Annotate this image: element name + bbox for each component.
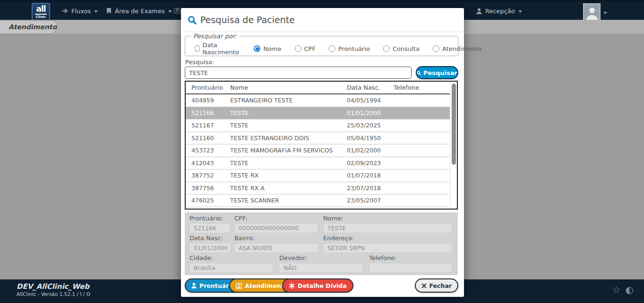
table-body: 404959ESTRANGEIRO TESTE04/05/1994521166T… [186, 94, 457, 207]
contrast-icon[interactable]: ◐ [626, 284, 634, 295]
nav-item-recepcao[interactable]: Recepção [476, 2, 522, 20]
search-icon [188, 16, 197, 25]
field-value[interactable]: ASA NORTE [234, 243, 318, 253]
radio-icon[interactable] [295, 45, 301, 52]
radio-icon[interactable] [433, 45, 439, 52]
radio-option-2[interactable]: CPF [295, 45, 316, 52]
radio-label: CPF [304, 45, 316, 52]
nav-item-label: Fluxos [71, 8, 91, 15]
table-row[interactable]: 521166TESTE01/01/2000 [186, 107, 457, 120]
radio-selected-icon[interactable] [254, 45, 260, 52]
user-avatar[interactable] [583, 3, 601, 21]
table-cell: TESTE SCANNER [230, 197, 347, 204]
table-cell: 04/05/1994 [347, 97, 394, 104]
app-version: AllClinic - Versão 1.52.1 / I / O [17, 291, 90, 297]
table-cell: TESTE RX [230, 172, 347, 179]
table-cell: TESTE [230, 109, 347, 117]
app-root: all Clinic Fluxos Área de Exames 0 [0, 0, 644, 303]
table-cell: 25/03/2025 [347, 122, 394, 129]
radio-label: Atendimento [442, 45, 482, 52]
radio-option-1[interactable]: Nome [254, 45, 281, 52]
table-row[interactable]: 404959ESTRANGEIRO TESTE04/05/1994 [186, 94, 457, 107]
field-value[interactable]: Brasília [189, 263, 273, 273]
table-cell: 521167 [186, 122, 230, 129]
close-icon [421, 283, 427, 288]
field-value[interactable]: 01/01/2000 [189, 243, 230, 253]
patient-results-table: Prontuário Nome Data Nasc. Telefone 4049… [185, 81, 458, 210]
table-row[interactable]: 412043TESTE02/09/2023 [186, 157, 457, 170]
radio-option-3[interactable]: Prontuário [329, 45, 370, 52]
search-button-label: Pesquisar [423, 69, 457, 76]
chevron-down-icon[interactable] [603, 12, 607, 14]
table-row[interactable]: 476025TESTE SCANNER23/05/2007 [186, 194, 457, 207]
detail-field-prontuario: Prontuário: 521166 [189, 215, 230, 233]
patient-search-modal: Pesquisa de Paciente Pesquisar por: Data… [181, 8, 464, 297]
table-row[interactable]: 521167TESTE25/03/2025 [186, 119, 457, 132]
table-scrollbar-track[interactable] [450, 82, 457, 209]
fechar-button[interactable]: Fechar [415, 278, 458, 293]
nav-item-label: Recepção [485, 8, 515, 15]
field-value[interactable]: 521166 [189, 223, 230, 233]
radio-label: Data Nascimento [203, 42, 241, 56]
logo-subtext: Clinic [33, 15, 49, 19]
allclinic-logo[interactable]: all Clinic [32, 3, 50, 21]
modal-header: Pesquisa de Paciente [181, 8, 464, 32]
field-label: Bairro: [234, 235, 318, 242]
nav-item-area-de-exames[interactable]: Área de Exames [106, 2, 172, 20]
table-cell: 01/01/2000 [347, 109, 394, 117]
search-button[interactable]: Pesquisar [416, 66, 458, 79]
field-value[interactable]: TESTE [323, 223, 452, 233]
detail-field-nome: Nome: TESTE [323, 215, 452, 233]
user-icon [191, 283, 197, 288]
field-label: Devedor: [279, 254, 363, 261]
field-value[interactable]: NÃO [279, 263, 363, 273]
arrow-right-icon [61, 8, 68, 14]
search-input[interactable] [185, 67, 412, 79]
field-value[interactable] [369, 263, 452, 273]
search-by-legend: Pesquisar por: [191, 33, 239, 40]
field-label: Endereço: [323, 235, 452, 242]
field-value[interactable]: SETOR SRPN [323, 243, 452, 253]
detail-field-cidade: Cidade: Brasília [189, 254, 273, 273]
table-row[interactable]: 387752TESTE RX01/07/2018 [186, 169, 457, 182]
field-label: Telefone: [369, 254, 452, 261]
radio-label: Nome [263, 45, 281, 52]
radio-icon[interactable] [383, 45, 390, 52]
detail-field-bairro: Bairro: ASA NORTE [234, 235, 318, 253]
col-header-telefone: Telefone [394, 84, 457, 91]
nav-item-label: Área de Exames [115, 8, 165, 15]
button-label: Detalhe Dívida [298, 282, 347, 289]
table-cell: TESTE ESTRANGEIRO DOIS [230, 135, 347, 142]
field-value[interactable]: 0000000000000000 [234, 223, 318, 233]
radio-icon[interactable] [329, 45, 335, 52]
table-cell: 23/07/2018 [347, 185, 394, 192]
nav-item-fluxos[interactable]: Fluxos [61, 2, 98, 20]
field-label: Cidade: [189, 254, 273, 261]
radio-icon[interactable] [195, 45, 200, 52]
user-icon [476, 8, 482, 14]
field-label: CPF: [234, 215, 318, 222]
table-scrollbar-thumb[interactable] [452, 84, 456, 165]
tab-atendimento[interactable]: Atendimento [0, 20, 57, 34]
radio-option-0[interactable]: Data Nascimento [195, 42, 240, 56]
radio-label: Consulta [393, 45, 420, 52]
detalhe-divida-button[interactable]: Detalhe Dívida [282, 278, 353, 293]
modal-footer: Prontuário Atendimento Detalhe Dívida Fe… [181, 275, 464, 297]
table-cell: 02/09/2023 [347, 160, 394, 167]
radio-option-4[interactable]: Consulta [383, 45, 420, 52]
table-cell: 412043 [186, 160, 230, 167]
table-cell: 05/04/1950 [347, 135, 394, 142]
table-row[interactable]: 387756TESTE RX A23/07/2018 [186, 182, 457, 195]
col-header-prontuario: Prontuário [186, 84, 230, 91]
detail-field-endereco: Endereço: SETOR SRPN [323, 235, 452, 253]
radio-option-5[interactable]: Atendimento [433, 45, 482, 52]
search-icon [417, 70, 421, 76]
table-row[interactable]: 453723TESTE MAMOGRAFIA FM SERVICOS01/02/… [186, 144, 457, 157]
table-cell: 387752 [186, 172, 230, 179]
app-name: DEV_AllClinic_Web [17, 282, 89, 291]
table-row[interactable]: 521160TESTE ESTRANGEIRO DOIS05/04/1950 [186, 132, 457, 145]
modal-title: Pesquisa de Paciente [200, 15, 295, 25]
favorite-star-icon[interactable]: ☆ [612, 284, 621, 295]
field-label: Prontuário: [189, 215, 230, 222]
chevron-down-icon [168, 10, 172, 13]
